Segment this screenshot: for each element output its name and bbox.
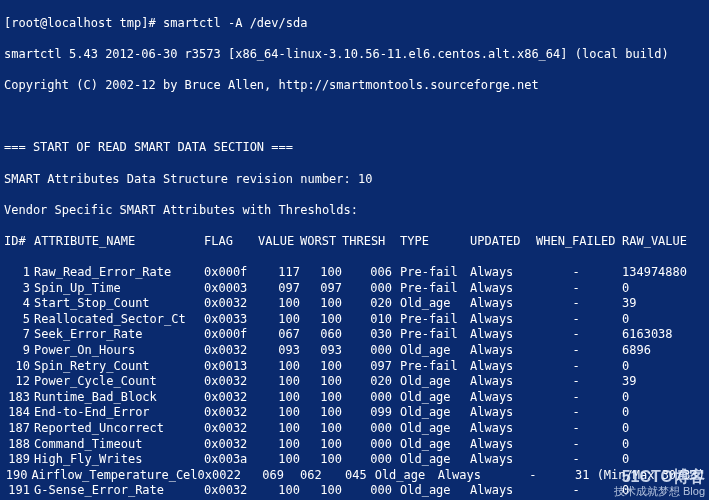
table-row: 188Command_Timeout0x0032100100000Old_age…	[4, 437, 705, 453]
cell-rv: 134974880	[616, 265, 687, 281]
col-value: VALUE	[258, 234, 300, 250]
cell-rv: 0	[616, 390, 629, 406]
cell-rv: 6163038	[616, 327, 673, 343]
cell-name: Command_Timeout	[30, 437, 204, 453]
cell-value: 093	[258, 343, 300, 359]
cell-id: 189	[4, 452, 30, 468]
cell-id: 184	[4, 405, 30, 421]
cell-thresh: 099	[342, 405, 392, 421]
terminal-output[interactable]: [root@localhost tmp]# smartctl -A /dev/s…	[0, 0, 709, 500]
cell-value: 100	[258, 437, 300, 453]
cell-type: Old_age	[392, 421, 470, 437]
col-type: TYPE	[392, 234, 470, 250]
cell-name: Spin_Retry_Count	[30, 359, 204, 375]
cell-thresh: 000	[342, 343, 392, 359]
cell-upd: Always	[470, 265, 536, 281]
table-row: 183Runtime_Bad_Block0x0032100100000Old_a…	[4, 390, 705, 406]
cell-type: Pre-fail	[392, 281, 470, 297]
cell-worst: 100	[300, 390, 342, 406]
cell-thresh: 000	[342, 421, 392, 437]
cell-rv: 0	[616, 281, 629, 297]
table-row: 184End-to-End_Error0x0032100100099Old_ag…	[4, 405, 705, 421]
cell-wf: -	[536, 421, 616, 437]
cell-value: 117	[258, 265, 300, 281]
cell-flag: 0x0032	[204, 390, 258, 406]
cell-wf: -	[536, 312, 616, 328]
cell-id: 4	[4, 296, 30, 312]
cell-name: G-Sense_Error_Rate	[30, 483, 204, 499]
cell-type: Pre-fail	[392, 265, 470, 281]
col-raw-value: RAW_VALUE	[616, 234, 687, 250]
table-row: 5Reallocated_Sector_Ct0x0033100100010Pre…	[4, 312, 705, 328]
cell-thresh: 020	[342, 296, 392, 312]
cell-name: Spin_Up_Time	[30, 281, 204, 297]
cell-flag: 0x0032	[204, 374, 258, 390]
cell-upd: Always	[470, 327, 536, 343]
cell-wf: -	[536, 452, 616, 468]
table-row: 1Raw_Read_Error_Rate0x000f117100006Pre-f…	[4, 265, 705, 281]
table-row: 187Reported_Uncorrect0x0032100100000Old_…	[4, 421, 705, 437]
cell-value: 097	[258, 281, 300, 297]
section-header: === START OF READ SMART DATA SECTION ===	[4, 140, 705, 156]
cell-thresh: 000	[342, 390, 392, 406]
cell-name: Raw_Read_Error_Rate	[30, 265, 204, 281]
cell-type: Old_age	[392, 452, 470, 468]
cell-type: Pre-fail	[392, 359, 470, 375]
cell-name: Start_Stop_Count	[30, 296, 204, 312]
cell-upd: Always	[438, 468, 497, 484]
cell-rv: 0	[616, 312, 629, 328]
col-worst: WORST	[300, 234, 342, 250]
cell-rv: 0	[616, 437, 629, 453]
cell-upd: Always	[470, 452, 536, 468]
cell-upd: Always	[470, 483, 536, 499]
col-name: ATTRIBUTE_NAME	[30, 234, 204, 250]
cell-name: Power_Cycle_Count	[30, 374, 204, 390]
cell-thresh: 010	[342, 312, 392, 328]
cell-value: 100	[258, 312, 300, 328]
cell-thresh: 045	[322, 468, 367, 484]
cell-upd: Always	[470, 390, 536, 406]
cell-type: Old_age	[392, 343, 470, 359]
cell-rv: 0	[616, 421, 629, 437]
cell-thresh: 000	[342, 281, 392, 297]
cell-value: 100	[258, 421, 300, 437]
cell-value: 100	[258, 452, 300, 468]
cell-id: 5	[4, 312, 30, 328]
table-row: 12Power_Cycle_Count0x0032100100020Old_ag…	[4, 374, 705, 390]
cell-flag: 0x0033	[204, 312, 258, 328]
table-row: 3Spin_Up_Time0x0003097097000Pre-failAlwa…	[4, 281, 705, 297]
cell-worst: 100	[300, 421, 342, 437]
cell-worst: 100	[300, 374, 342, 390]
cell-value: 100	[258, 359, 300, 375]
cell-flag: 0x0032	[204, 296, 258, 312]
cell-name: End-to-End_Error	[30, 405, 204, 421]
cell-id: 10	[4, 359, 30, 375]
col-flag: FLAG	[204, 234, 258, 250]
cell-wf: -	[536, 296, 616, 312]
cell-upd: Always	[470, 405, 536, 421]
cell-upd: Always	[470, 281, 536, 297]
cell-thresh: 030	[342, 327, 392, 343]
cell-thresh: 000	[342, 437, 392, 453]
cell-wf: -	[536, 359, 616, 375]
table-row: 189High_Fly_Writes0x003a100100000Old_age…	[4, 452, 705, 468]
table-header: ID# ATTRIBUTE_NAME FLAG VALUE WORST THRE…	[4, 234, 705, 250]
cell-id: 188	[4, 437, 30, 453]
cell-name: Reallocated_Sector_Ct	[30, 312, 204, 328]
cell-id: 191	[4, 483, 30, 499]
cell-flag: 0x0022	[198, 468, 247, 484]
cell-type: Old_age	[392, 405, 470, 421]
col-id: ID#	[4, 234, 30, 250]
cell-type: Old_age	[392, 296, 470, 312]
cell-id: 9	[4, 343, 30, 359]
cell-wf: -	[536, 437, 616, 453]
cell-wf: -	[536, 405, 616, 421]
cell-worst: 100	[300, 437, 342, 453]
cell-worst: 100	[300, 405, 342, 421]
table-row: 191G-Sense_Error_Rate0x0032100100000Old_…	[4, 483, 705, 499]
cell-upd: Always	[470, 312, 536, 328]
cell-rv: 39	[616, 374, 636, 390]
cell-worst: 060	[300, 327, 342, 343]
cell-thresh: 097	[342, 359, 392, 375]
command-text: smartctl -A /dev/sda	[163, 16, 308, 30]
